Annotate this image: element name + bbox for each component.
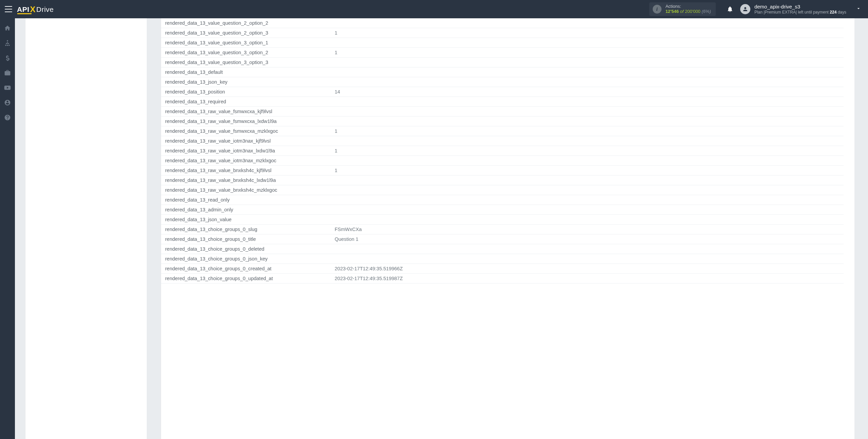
row-key: rendered_data_13_raw_value_fsmwxcxa_mzkl… [161, 126, 331, 136]
notifications-button[interactable] [727, 6, 733, 13]
actions-used: 12'546 [666, 9, 679, 14]
menu-toggle-button[interactable] [5, 6, 12, 12]
avatar [740, 4, 750, 14]
row-key: rendered_data_13_choice_groups_0_created… [161, 264, 331, 274]
youtube-icon [4, 84, 11, 91]
question-icon [4, 114, 11, 121]
row-value: 1 [331, 146, 844, 156]
row-value: 2023-02-17T12:49:35.519987Z [331, 274, 844, 284]
table-row: rendered_data_13_admin_only [161, 205, 844, 215]
row-key: rendered_data_13_json_value [161, 215, 331, 225]
table-row: rendered_data_13_choice_groups_0_updated… [161, 274, 844, 284]
row-key: rendered_data_13_choice_groups_0_slug [161, 225, 331, 234]
row-key: rendered_data_13_value_question_2_option… [161, 18, 331, 28]
table-row: rendered_data_13_raw_value_fsmwxcxa_lxdw… [161, 117, 844, 126]
row-key: rendered_data_13_raw_value_iotm3nax_kjf9… [161, 136, 331, 146]
dollar-icon [4, 55, 11, 61]
actions-counter[interactable]: i Actions: 12'546 of 200'000 (6%) [649, 2, 716, 16]
table-row: rendered_data_13_value_question_2_option… [161, 18, 844, 28]
table-row: rendered_data_13_read_only [161, 195, 844, 205]
content-area: rendered_data_13_value_question_2_option… [15, 18, 868, 439]
logo-text-x: X [30, 5, 36, 14]
sidebar-item-connections[interactable] [4, 39, 11, 47]
table-row: rendered_data_13_json_key [161, 77, 844, 87]
row-value [331, 195, 844, 205]
top-navbar: APIXDrive i Actions: 12'546 of 200'000 (… [0, 0, 868, 18]
row-key: rendered_data_13_raw_value_iotm3nax_mzkl… [161, 156, 331, 166]
row-value [331, 156, 844, 166]
table-row: rendered_data_13_raw_value_iotm3nax_kjf9… [161, 136, 844, 146]
navbar-left: APIXDrive [0, 4, 54, 14]
row-key: rendered_data_13_admin_only [161, 205, 331, 215]
row-value [331, 107, 844, 117]
row-value [331, 215, 844, 225]
table-row: rendered_data_13_value_question_3_option… [161, 48, 844, 58]
user-text: demo_apix-drive_s3 Plan |Premium EXTRA| … [754, 4, 846, 15]
table-row: rendered_data_13_required [161, 97, 844, 107]
table-row: rendered_data_13_raw_value_iotm3nax_lxdw… [161, 146, 844, 156]
sidebar-item-youtube[interactable] [4, 84, 11, 91]
user-icon [742, 6, 748, 12]
sidebar-item-account[interactable] [4, 99, 11, 106]
row-value: FSmWxCXa [331, 225, 844, 234]
sidebar-item-help[interactable] [4, 114, 11, 121]
sidebar-item-billing[interactable] [4, 54, 11, 62]
actions-text: Actions: 12'546 of 200'000 (6%) [666, 4, 711, 14]
logo-text-api: API [17, 5, 29, 14]
table-row: rendered_data_13_position14 [161, 87, 844, 97]
row-key: rendered_data_13_raw_value_bnxksh4c_mzkl… [161, 185, 331, 195]
logo[interactable]: APIXDrive [17, 4, 54, 14]
row-value [331, 185, 844, 195]
row-key: rendered_data_13_position [161, 87, 331, 97]
row-value [331, 136, 844, 146]
sidebar-item-home[interactable] [4, 24, 11, 32]
actions-pct: (6%) [702, 9, 711, 14]
left-panel [25, 18, 147, 439]
row-key: rendered_data_13_read_only [161, 195, 331, 205]
plan-name: Premium EXTRA [765, 10, 795, 15]
row-value: Question 1 [331, 234, 844, 244]
table-row: rendered_data_13_choice_groups_0_deleted [161, 244, 844, 254]
row-value [331, 18, 844, 28]
user-menu-caret[interactable] [856, 6, 861, 13]
row-value [331, 254, 844, 264]
plan-days-word: days [836, 10, 846, 15]
row-key: rendered_data_13_raw_value_fsmwxcxa_kjf9… [161, 107, 331, 117]
user-name: demo_apix-drive_s3 [754, 4, 846, 10]
user-circle-icon [4, 99, 11, 106]
row-value [331, 244, 844, 254]
row-key: rendered_data_13_choice_groups_0_title [161, 234, 331, 244]
row-value [331, 38, 844, 48]
left-sidebar [0, 18, 15, 439]
table-row: rendered_data_13_value_question_3_option… [161, 58, 844, 67]
actions-label: Actions: [666, 4, 711, 9]
plan-left: left until payment [797, 10, 830, 15]
row-key: rendered_data_13_raw_value_fsmwxcxa_lxdw… [161, 117, 331, 126]
row-key: rendered_data_13_raw_value_bnxksh4c_kjf9… [161, 166, 331, 175]
actions-total: 200'000 [685, 9, 701, 14]
logo-text-drive: Drive [36, 5, 54, 14]
row-key: rendered_data_13_json_key [161, 77, 331, 87]
row-value: 1 [331, 48, 844, 58]
table-row: rendered_data_13_choice_groups_0_titleQu… [161, 234, 844, 244]
table-row: rendered_data_13_choice_groups_0_slugFSm… [161, 225, 844, 234]
row-key: rendered_data_13_raw_value_bnxksh4c_lxdw… [161, 175, 331, 185]
table-row: rendered_data_13_raw_value_bnxksh4c_mzkl… [161, 185, 844, 195]
row-value [331, 175, 844, 185]
table-row: rendered_data_13_raw_value_iotm3nax_mzkl… [161, 156, 844, 166]
table-row: rendered_data_13_raw_value_fsmwxcxa_mzkl… [161, 126, 844, 136]
bell-icon [727, 6, 733, 13]
row-key: rendered_data_13_value_question_3_option… [161, 58, 331, 67]
actions-of: of [680, 9, 684, 14]
plan-days-num: 224 [830, 10, 836, 15]
row-key: rendered_data_13_value_question_2_option… [161, 28, 331, 38]
row-value: 1 [331, 126, 844, 136]
sitemap-icon [4, 40, 11, 46]
user-plan: Plan |Premium EXTRA| left until payment … [754, 10, 846, 15]
chevron-down-icon [856, 6, 861, 11]
sidebar-item-briefcase[interactable] [4, 69, 11, 77]
row-value [331, 205, 844, 215]
row-key: rendered_data_13_choice_groups_0_updated… [161, 274, 331, 284]
user-menu[interactable]: demo_apix-drive_s3 Plan |Premium EXTRA| … [740, 4, 846, 15]
table-row: rendered_data_13_value_question_2_option… [161, 28, 844, 38]
